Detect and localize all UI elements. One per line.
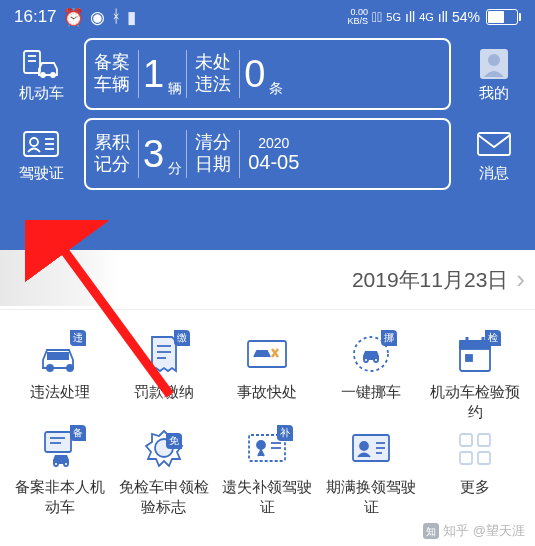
svg-text:知: 知 — [426, 526, 436, 537]
svg-point-36 — [257, 441, 265, 449]
envelope-icon — [474, 126, 514, 162]
grid-accident-quick[interactable]: 事故快处 — [216, 332, 320, 421]
svg-point-6 — [488, 54, 500, 66]
wifi-icon: ◝⃘ — [372, 9, 382, 25]
svg-rect-46 — [460, 452, 472, 464]
svg-point-22 — [374, 358, 378, 362]
points-accumulated: 3 — [139, 120, 168, 188]
svg-point-8 — [30, 138, 38, 146]
status-bar: 16:17 ⏰ ◉ ᚼ ▮ 0.00 KB/S ◝⃘ 5G ıll 4G ıll… — [0, 0, 535, 34]
bluetooth-icon: ᚼ — [111, 7, 121, 27]
license-icon — [21, 126, 61, 162]
svg-rect-12 — [478, 133, 510, 155]
redacted-area — [0, 250, 120, 306]
move-car-icon: 挪 — [347, 332, 395, 376]
registered-vehicle-count: 1 — [139, 40, 168, 108]
svg-rect-15 — [47, 352, 69, 360]
svg-point-31 — [54, 462, 58, 466]
battery-pct: 54% — [452, 9, 480, 25]
status-time: 16:17 — [14, 7, 57, 27]
grid-register-other-vehicle[interactable]: 备 备案非本人机动车 — [8, 427, 112, 516]
svg-rect-44 — [460, 434, 472, 446]
more-icon — [451, 427, 499, 471]
vehicle-info-card[interactable]: 备案车辆 1 辆 未处违法 0 条 — [84, 38, 451, 110]
network-speed: 0.00 KB/S — [348, 8, 369, 26]
person-icon — [474, 46, 514, 82]
svg-point-3 — [41, 73, 45, 77]
svg-point-13 — [47, 365, 53, 371]
svg-point-32 — [64, 462, 68, 466]
grid-lost-license[interactable]: 补 遗失补领驾驶证 — [216, 427, 320, 516]
pending-violation-count: 0 — [240, 40, 269, 108]
svg-rect-27 — [466, 355, 472, 361]
svg-point-21 — [364, 358, 368, 362]
grid-renew-license[interactable]: 期满换领驾驶证 — [319, 427, 423, 516]
register-vehicle-icon: 备 — [36, 427, 84, 471]
shield-icon: ▮ — [127, 7, 136, 28]
nav-mine[interactable]: 我的 — [463, 46, 525, 103]
watermark: 知 知乎 @望天涯 — [423, 522, 525, 540]
grid-more[interactable]: 更多 — [423, 427, 527, 516]
license-info-card[interactable]: 累积记分 3 分 清分日期 202004-05 — [84, 118, 451, 190]
svg-rect-45 — [478, 434, 490, 446]
car-violation-icon: 违 — [36, 332, 84, 376]
chevron-right-icon: › — [508, 264, 525, 295]
grid-move-car[interactable]: 挪 一键挪车 — [319, 332, 423, 421]
grid-inspection-booking[interactable]: 检 机动车检验预约 — [423, 332, 527, 421]
nav-vehicle[interactable]: 机动车 — [10, 46, 72, 103]
certificate-icon: 补 — [243, 427, 291, 471]
svg-point-14 — [67, 365, 73, 371]
location-icon: ◉ — [90, 7, 105, 28]
svg-point-40 — [360, 442, 368, 450]
nav-license[interactable]: 驾驶证 — [10, 126, 72, 183]
banner-date: 2019年11月23日 — [352, 266, 508, 294]
nav-message[interactable]: 消息 — [463, 126, 525, 183]
net-4g: 4G — [419, 11, 434, 23]
svg-point-4 — [51, 73, 55, 77]
id-card-icon — [347, 427, 395, 471]
accident-icon — [243, 332, 291, 376]
battery-icon — [484, 9, 521, 25]
reset-date: 04-05 — [248, 151, 299, 174]
net-5g: 5G — [386, 11, 401, 23]
document-icon: 缴 — [140, 332, 188, 376]
grid-fine-payment[interactable]: 缴 罚款缴纳 — [112, 332, 216, 421]
grid-violation-handling[interactable]: 违 违法处理 — [8, 332, 112, 421]
alarm-icon: ⏰ — [63, 7, 84, 28]
svg-rect-0 — [24, 51, 40, 73]
service-grid: 违 违法处理 缴 罚款缴纳 事故快处 挪 一键挪车 检 机动车检验预约 备 — [0, 310, 535, 526]
vehicle-icon — [21, 46, 61, 82]
calendar-icon: 检 — [451, 332, 499, 376]
badge-icon: 免 — [140, 427, 188, 471]
svg-rect-47 — [478, 452, 490, 464]
grid-exempt-inspection[interactable]: 免 免检车申领检验标志 — [112, 427, 216, 516]
svg-rect-28 — [45, 432, 71, 452]
